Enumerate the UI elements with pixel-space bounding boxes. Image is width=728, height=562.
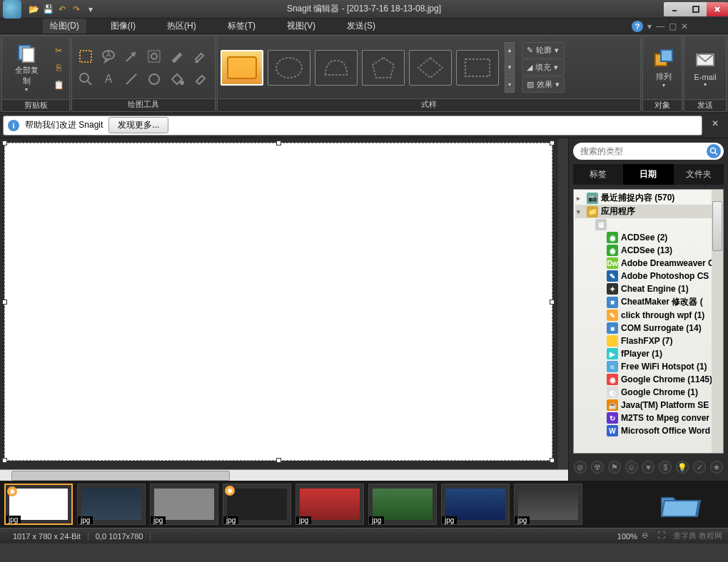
tree-item[interactable]: ⚡FlashFXP (7) [575,334,722,347]
redo-icon[interactable]: ↷ [70,3,83,16]
flag-flag-icon[interactable]: ⚑ [608,461,621,474]
canvas-hscrollbar[interactable] [0,469,568,481]
flag-check-icon[interactable]: ✓ [693,461,706,474]
panel-tab-标签[interactable]: 标签 [573,164,623,185]
tree-item[interactable]: ✎Adobe Photoshop CS [575,270,722,282]
tree-item[interactable]: ▸📷最近捕捉内容 (570) [575,191,722,205]
flag-star-icon[interactable]: ★ [710,461,723,474]
zoom-tool[interactable] [75,68,96,90]
style-scroll-up[interactable]: ▲ [505,42,515,58]
copy-icon[interactable]: ⎘ [51,60,66,76]
style-gallery-expand[interactable]: ▾ [505,76,515,93]
style-preset-6[interactable] [456,50,499,86]
app-logo[interactable] [3,0,21,19]
help-icon[interactable]: ? [632,21,643,32]
cut-icon[interactable]: ✂ [51,43,66,58]
callout-tool[interactable]: A [98,46,119,67]
resize-handle[interactable] [550,458,555,463]
inner-restore-icon[interactable]: ▢ [669,21,677,31]
library-folder-icon[interactable] [652,486,709,522]
tree-item[interactable]: ≈Free WiFi Hotspot (1) [575,360,722,373]
tree-item[interactable]: DwAdobe Dreamweaver C [575,257,722,270]
effect-button[interactable]: ▨效果▾ [522,76,565,93]
style-preset-2[interactable] [268,50,310,86]
select-tool[interactable] [75,46,96,67]
thumbnail[interactable]: jpg [514,484,582,525]
resize-handle[interactable] [2,140,7,145]
tree-item[interactable]: ◉Google Chrome (1145) [575,373,722,386]
tree-item[interactable]: ↻M2TS to Mpeg conver [575,412,722,424]
search-input[interactable] [580,146,707,156]
inner-minimize-icon[interactable]: — [656,21,664,31]
style-preset-5[interactable] [409,50,452,86]
minimize-button[interactable] [664,2,685,16]
menu-绘图(D)[interactable]: 绘图(D) [43,19,86,34]
menu-图像(I)[interactable]: 图像(I) [103,19,143,34]
thumbnail[interactable]: jpg [295,484,364,525]
undo-icon[interactable]: ↶ [56,3,69,16]
line-tool[interactable] [121,68,142,90]
tree-item[interactable]: WMicrosoft Office Word [575,424,722,437]
resize-handle[interactable] [2,458,7,463]
tree-item[interactable]: ▾📁应用程序 [575,205,722,218]
fill-button[interactable]: ◢填充▾ [522,59,565,76]
flag-heart-icon[interactable]: ♥ [642,461,654,474]
tree-toggle-icon[interactable]: ▾ [577,208,584,215]
tree-item[interactable]: ■CheatMaker 修改器 ( [575,295,722,309]
thumbnail[interactable]: jpg [150,484,218,525]
stamp-tool[interactable] [143,46,165,67]
flag-idea-icon[interactable]: 💡 [676,461,689,474]
inner-close-icon[interactable]: ✕ [681,21,688,31]
flag-none-icon[interactable]: ⊘ [574,461,587,474]
search-button[interactable] [707,144,721,158]
qat-dropdown-icon[interactable]: ▾ [84,3,97,16]
tree-item[interactable]: ◉ACDSee (13) [575,244,722,257]
tree-item[interactable]: ☕Java(TM) Platform SE [575,399,722,412]
erase-tool[interactable] [189,68,211,90]
tree-item[interactable]: ◐Google Chrome (1) [575,386,722,399]
thumbnail[interactable]: jpg [441,484,510,525]
text-tool[interactable]: A [98,68,119,90]
tree-item[interactable]: ▶fPlayer (1) [575,347,722,360]
tree-item[interactable]: ✎click through wpf (1) [575,309,722,322]
resize-handle[interactable] [2,300,7,305]
paste-icon[interactable]: 📋 [51,77,66,93]
tree-item[interactable]: ✦Cheat Engine (1) [575,282,722,295]
save-icon[interactable]: 💾 [41,3,54,16]
info-close-icon[interactable]: ✕ [708,118,722,133]
flag-money-icon[interactable]: $ [659,461,672,474]
arrow-tool[interactable] [121,46,142,67]
tree-toggle-icon[interactable]: ▸ [577,195,584,202]
menu-视图(V)[interactable]: 视图(V) [280,19,323,34]
panel-tab-文件夹[interactable]: 文件夹 [674,164,724,185]
thumbnail[interactable]: ✱jpg [4,484,73,525]
tree-scrollbar[interactable] [712,190,723,453]
highlight-tool[interactable] [189,46,211,67]
thumbnail[interactable]: ✱jpg [223,484,291,525]
thumbnail[interactable]: jpg [368,484,437,525]
thumbnail[interactable]: jpg [77,484,146,525]
menu-热区(H)[interactable]: 热区(H) [160,19,203,34]
style-preset-1[interactable] [221,50,263,86]
fill-tool[interactable] [166,68,188,90]
resize-handle[interactable] [276,458,281,463]
tree-item[interactable]: ◉ACDSee (2) [575,231,722,244]
style-preset-3[interactable] [315,50,358,86]
zoom-out-icon[interactable]: ⊖ [642,531,653,542]
shape-tool[interactable] [143,68,165,90]
menu-标签(T)[interactable]: 标签(T) [221,19,263,34]
copy-all-button[interactable]: 全部复制 ▾ [5,39,48,96]
maximize-button[interactable] [685,2,707,16]
email-button[interactable]: E-mail ▾ [687,39,723,96]
resize-handle[interactable] [550,300,555,305]
resize-handle[interactable] [550,140,555,145]
close-button[interactable] [707,2,728,16]
arrange-button[interactable]: 排列 ▾ [646,39,682,96]
menu-发送(S)[interactable]: 发送(S) [340,19,383,34]
flag-smile-icon[interactable]: ☺ [625,461,638,474]
pen-tool[interactable] [166,46,188,67]
open-icon[interactable]: 📂 [27,3,40,16]
zoom-fit-icon[interactable]: ⛶ [657,531,669,542]
discover-button[interactable]: 发现更多... [108,117,168,133]
resize-handle[interactable] [276,140,281,145]
